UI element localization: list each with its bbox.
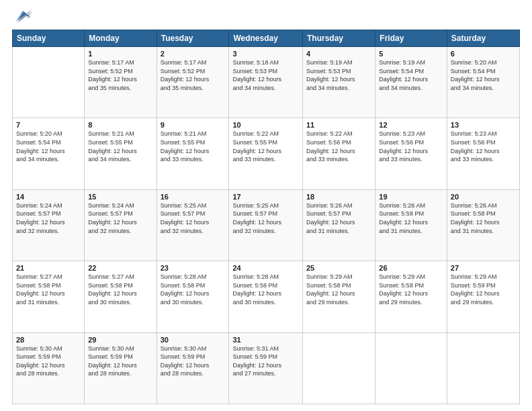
day-number: 5: [379, 50, 443, 58]
day-cell: 24Sunrise: 5:28 AM Sunset: 5:58 PM Dayli…: [229, 261, 303, 332]
week-row-2: 7Sunrise: 5:20 AM Sunset: 5:54 PM Daylig…: [13, 118, 520, 189]
week-row-5: 28Sunrise: 5:30 AM Sunset: 5:59 PM Dayli…: [13, 332, 520, 404]
day-number: 19: [379, 193, 443, 201]
day-info: Sunrise: 5:22 AM Sunset: 5:55 PM Dayligh…: [232, 130, 299, 163]
week-row-3: 14Sunrise: 5:24 AM Sunset: 5:57 PM Dayli…: [13, 189, 520, 261]
day-cell: 10Sunrise: 5:22 AM Sunset: 5:55 PM Dayli…: [229, 118, 303, 189]
day-info: Sunrise: 5:29 AM Sunset: 5:59 PM Dayligh…: [451, 273, 516, 306]
day-info: Sunrise: 5:24 AM Sunset: 5:57 PM Dayligh…: [88, 201, 152, 235]
day-number: 18: [306, 193, 371, 201]
day-cell: 19Sunrise: 5:26 AM Sunset: 5:58 PM Dayli…: [375, 189, 447, 261]
day-cell: 25Sunrise: 5:29 AM Sunset: 5:58 PM Dayli…: [303, 261, 375, 332]
day-cell: 11Sunrise: 5:22 AM Sunset: 5:56 PM Dayli…: [303, 118, 375, 189]
day-info: Sunrise: 5:21 AM Sunset: 5:55 PM Dayligh…: [88, 130, 152, 163]
calendar-table: SundayMondayTuesdayWednesdayThursdayFrid…: [12, 30, 520, 404]
day-cell: 22Sunrise: 5:27 AM Sunset: 5:58 PM Dayli…: [85, 261, 157, 332]
day-info: Sunrise: 5:28 AM Sunset: 5:58 PM Dayligh…: [232, 273, 299, 306]
day-info: Sunrise: 5:27 AM Sunset: 5:58 PM Dayligh…: [16, 273, 81, 306]
day-number: 23: [161, 264, 226, 272]
column-header-friday: Friday: [375, 30, 447, 47]
day-number: 30: [161, 336, 226, 344]
day-info: Sunrise: 5:17 AM Sunset: 5:52 PM Dayligh…: [161, 58, 226, 92]
day-cell: 17Sunrise: 5:25 AM Sunset: 5:57 PM Dayli…: [229, 189, 303, 261]
day-info: Sunrise: 5:21 AM Sunset: 5:55 PM Dayligh…: [161, 130, 226, 163]
day-cell: 5Sunrise: 5:19 AM Sunset: 5:54 PM Daylig…: [375, 47, 447, 118]
day-cell: 4Sunrise: 5:19 AM Sunset: 5:53 PM Daylig…: [303, 47, 375, 118]
day-cell: 2Sunrise: 5:17 AM Sunset: 5:52 PM Daylig…: [157, 47, 229, 118]
day-number: 11: [306, 121, 371, 129]
day-number: 25: [306, 264, 371, 272]
day-cell: 23Sunrise: 5:28 AM Sunset: 5:58 PM Dayli…: [157, 261, 229, 332]
day-info: Sunrise: 5:23 AM Sunset: 5:56 PM Dayligh…: [451, 130, 516, 163]
day-info: Sunrise: 5:26 AM Sunset: 5:58 PM Dayligh…: [379, 201, 443, 235]
column-header-wednesday: Wednesday: [229, 30, 303, 47]
day-info: Sunrise: 5:29 AM Sunset: 5:58 PM Dayligh…: [379, 273, 443, 306]
column-header-sunday: Sunday: [13, 30, 85, 47]
day-number: 1: [88, 50, 152, 58]
day-info: Sunrise: 5:25 AM Sunset: 5:57 PM Dayligh…: [232, 201, 299, 235]
day-number: 22: [88, 264, 152, 272]
day-number: 13: [451, 121, 516, 129]
day-number: 2: [161, 50, 226, 58]
day-cell: 3Sunrise: 5:18 AM Sunset: 5:53 PM Daylig…: [229, 47, 303, 118]
day-number: 15: [88, 193, 152, 201]
column-headers: SundayMondayTuesdayWednesdayThursdayFrid…: [13, 30, 520, 47]
day-number: 12: [379, 121, 443, 129]
day-number: 8: [88, 121, 152, 129]
day-info: Sunrise: 5:28 AM Sunset: 5:58 PM Dayligh…: [161, 273, 226, 306]
day-cell: 6Sunrise: 5:20 AM Sunset: 5:54 PM Daylig…: [447, 47, 519, 118]
day-number: 9: [161, 121, 226, 129]
day-number: 20: [451, 193, 516, 201]
day-number: 14: [16, 193, 81, 201]
column-header-saturday: Saturday: [447, 30, 519, 47]
day-info: Sunrise: 5:30 AM Sunset: 5:59 PM Dayligh…: [88, 345, 152, 378]
day-info: Sunrise: 5:26 AM Sunset: 5:58 PM Dayligh…: [451, 201, 516, 235]
day-info: Sunrise: 5:30 AM Sunset: 5:59 PM Dayligh…: [16, 345, 81, 378]
day-info: Sunrise: 5:26 AM Sunset: 5:57 PM Dayligh…: [306, 201, 371, 235]
day-cell: 30Sunrise: 5:30 AM Sunset: 5:59 PM Dayli…: [157, 332, 229, 404]
day-number: 3: [232, 50, 299, 58]
header: [12, 11, 520, 24]
day-number: 10: [232, 121, 299, 129]
day-info: Sunrise: 5:22 AM Sunset: 5:56 PM Dayligh…: [306, 130, 371, 163]
day-cell: 20Sunrise: 5:26 AM Sunset: 5:58 PM Dayli…: [447, 189, 519, 261]
column-header-thursday: Thursday: [303, 30, 375, 47]
day-info: Sunrise: 5:18 AM Sunset: 5:53 PM Dayligh…: [232, 58, 299, 92]
day-cell: 12Sunrise: 5:23 AM Sunset: 5:56 PM Dayli…: [375, 118, 447, 189]
column-header-tuesday: Tuesday: [157, 30, 229, 47]
logo: [12, 11, 32, 24]
day-cell: 15Sunrise: 5:24 AM Sunset: 5:57 PM Dayli…: [85, 189, 157, 261]
day-cell: [13, 47, 85, 118]
day-number: 21: [16, 264, 81, 272]
day-cell: [375, 332, 447, 404]
day-number: 31: [232, 336, 299, 344]
day-cell: 1Sunrise: 5:17 AM Sunset: 5:52 PM Daylig…: [85, 47, 157, 118]
day-cell: 31Sunrise: 5:31 AM Sunset: 5:59 PM Dayli…: [229, 332, 303, 404]
day-number: 16: [161, 193, 226, 201]
day-info: Sunrise: 5:20 AM Sunset: 5:54 PM Dayligh…: [451, 58, 516, 92]
day-cell: 27Sunrise: 5:29 AM Sunset: 5:59 PM Dayli…: [447, 261, 519, 332]
day-info: Sunrise: 5:24 AM Sunset: 5:57 PM Dayligh…: [16, 201, 81, 235]
day-cell: [303, 332, 375, 404]
day-info: Sunrise: 5:30 AM Sunset: 5:59 PM Dayligh…: [161, 345, 226, 378]
day-cell: 14Sunrise: 5:24 AM Sunset: 5:57 PM Dayli…: [13, 189, 85, 261]
day-cell: 8Sunrise: 5:21 AM Sunset: 5:55 PM Daylig…: [85, 118, 157, 189]
day-number: 4: [306, 50, 371, 58]
calendar-page: SundayMondayTuesdayWednesdayThursdayFrid…: [0, 0, 532, 411]
day-number: 17: [232, 193, 299, 201]
day-cell: 16Sunrise: 5:25 AM Sunset: 5:57 PM Dayli…: [157, 189, 229, 261]
logo-icon: [13, 9, 32, 24]
day-cell: 13Sunrise: 5:23 AM Sunset: 5:56 PM Dayli…: [447, 118, 519, 189]
day-info: Sunrise: 5:29 AM Sunset: 5:58 PM Dayligh…: [306, 273, 371, 306]
day-cell: 26Sunrise: 5:29 AM Sunset: 5:58 PM Dayli…: [375, 261, 447, 332]
day-cell: 18Sunrise: 5:26 AM Sunset: 5:57 PM Dayli…: [303, 189, 375, 261]
day-info: Sunrise: 5:27 AM Sunset: 5:58 PM Dayligh…: [88, 273, 152, 306]
day-info: Sunrise: 5:17 AM Sunset: 5:52 PM Dayligh…: [88, 58, 152, 92]
column-header-monday: Monday: [85, 30, 157, 47]
day-info: Sunrise: 5:20 AM Sunset: 5:54 PM Dayligh…: [16, 130, 81, 163]
day-number: 27: [451, 264, 516, 272]
day-number: 7: [16, 121, 81, 129]
day-number: 26: [379, 264, 443, 272]
day-number: 28: [16, 336, 81, 344]
week-row-1: 1Sunrise: 5:17 AM Sunset: 5:52 PM Daylig…: [13, 47, 520, 118]
